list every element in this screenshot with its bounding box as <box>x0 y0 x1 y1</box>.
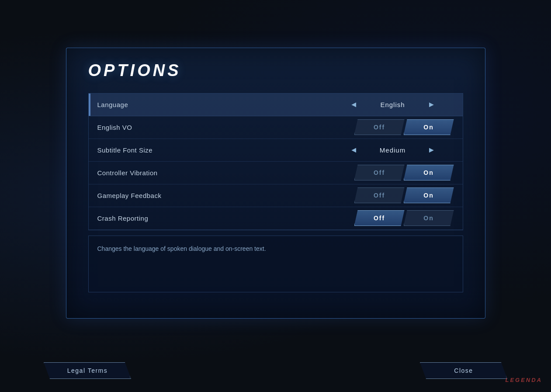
toggle-on-gameplay-feedback[interactable]: On <box>404 187 454 203</box>
selector-subtitle-font-size: ◄Medium► <box>332 144 454 156</box>
setting-row-gameplay-feedback: Gameplay FeedbackOffOn <box>89 184 463 207</box>
toggle-on-controller-vibration[interactable]: On <box>404 165 454 180</box>
watermark: LEGENDA <box>505 377 542 383</box>
selector-value-subtitle-font-size: Medium <box>362 146 423 154</box>
arrow-right-subtitle-font-size[interactable]: ► <box>423 144 440 156</box>
toggle-group-controller-vibration: OffOn <box>354 165 454 180</box>
bottom-bar: Legal Terms Close <box>0 362 551 379</box>
setting-row-subtitle-font-size: Subtitle Font Size◄Medium► <box>89 139 463 162</box>
selector-value-language: English <box>362 101 423 108</box>
selector-language: ◄English► <box>332 98 454 111</box>
setting-label-english-vo: English VO <box>97 124 354 131</box>
toggle-group-gameplay-feedback: OffOn <box>354 187 454 203</box>
legal-terms-button[interactable]: Legal Terms <box>44 362 131 379</box>
toggle-on-crash-reporting[interactable]: On <box>404 210 454 226</box>
settings-list: Language◄English►English VOOffOnSubtitle… <box>88 93 463 230</box>
arrow-left-subtitle-font-size[interactable]: ◄ <box>346 144 362 156</box>
panel-title: OPTIONS <box>88 61 463 80</box>
setting-row-crash-reporting: Crash ReportingOffOn <box>89 207 463 230</box>
setting-row-english-vo: English VOOffOn <box>89 116 463 139</box>
toggle-on-english-vo[interactable]: On <box>404 119 454 135</box>
setting-row-controller-vibration: Controller VibrationOffOn <box>89 162 463 184</box>
close-button[interactable]: Close <box>420 362 507 379</box>
toggle-group-crash-reporting: OffOn <box>354 210 454 226</box>
description-text: Changes the language of spoken dialogue … <box>97 245 266 252</box>
toggle-off-english-vo[interactable]: Off <box>354 119 405 135</box>
description-box: Changes the language of spoken dialogue … <box>88 236 463 292</box>
setting-label-gameplay-feedback: Gameplay Feedback <box>97 192 354 199</box>
setting-label-controller-vibration: Controller Vibration <box>97 169 354 177</box>
setting-label-subtitle-font-size: Subtitle Font Size <box>97 146 332 154</box>
options-panel: OPTIONS Language◄English►English VOOffOn… <box>66 48 485 319</box>
toggle-off-controller-vibration[interactable]: Off <box>354 165 405 180</box>
arrow-left-language[interactable]: ◄ <box>346 98 362 111</box>
setting-label-crash-reporting: Crash Reporting <box>97 215 354 222</box>
toggle-off-crash-reporting[interactable]: Off <box>354 210 405 226</box>
toggle-group-english-vo: OffOn <box>354 119 454 135</box>
setting-label-language: Language <box>97 101 332 108</box>
setting-row-language: Language◄English► <box>89 94 463 116</box>
toggle-off-gameplay-feedback[interactable]: Off <box>354 187 405 203</box>
arrow-right-language[interactable]: ► <box>423 98 440 111</box>
